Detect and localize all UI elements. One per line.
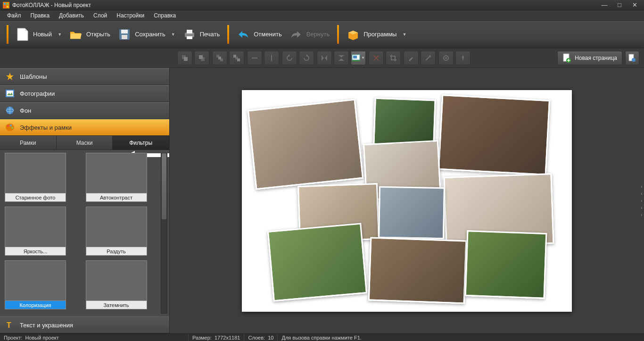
status-bar: Проект: Новый проект Размер: 1772x1181 С… — [0, 333, 644, 341]
filter-label: Яркость... — [5, 247, 66, 256]
svg-point-48 — [7, 125, 9, 127]
save-icon — [118, 28, 131, 41]
save-label: Сохранить — [135, 31, 165, 38]
sidebar-item-label: Текст и украшения — [20, 322, 73, 329]
filter-thumbnail — [86, 260, 147, 301]
filters-panel: Старинное фотоАвтоконтрастЯркость...Разд… — [0, 150, 169, 316]
maximize-button[interactable]: □ — [613, 1, 626, 8]
close-button[interactable]: ✕ — [628, 1, 641, 8]
status-hint: Для вызова справки нажмите F1. — [281, 335, 361, 341]
collage-photo[interactable] — [438, 94, 550, 175]
filter-thumbnail — [86, 207, 147, 247]
star-icon — [5, 71, 15, 82]
collage-photo[interactable] — [267, 223, 367, 301]
send-to-back-button[interactable] — [229, 51, 244, 65]
main-toolbar: Новый ▼ Открыть Сохранить ▼ Печать Отмен… — [0, 21, 644, 48]
canvas-area[interactable]: ‹‹‹‹‹ — [170, 68, 644, 333]
svg-marker-29 — [339, 55, 344, 58]
new-page-button[interactable]: Новая страница — [557, 51, 622, 65]
sidebar-item-text-decor[interactable]: T Текст и украшения — [0, 316, 169, 333]
programs-button[interactable]: Программы ▼ — [343, 25, 410, 44]
svg-marker-6 — [25, 28, 28, 31]
minimize-button[interactable]: — — [598, 1, 611, 8]
collage-photo[interactable] — [465, 230, 547, 299]
svg-rect-8 — [121, 30, 128, 33]
pin-button[interactable] — [455, 51, 471, 65]
open-button[interactable]: Открыть — [66, 25, 114, 44]
eyedropper-button[interactable] — [404, 51, 419, 65]
svg-marker-30 — [339, 58, 344, 61]
tab-frames[interactable]: Рамки — [0, 136, 57, 150]
menu-settings[interactable]: Настройки — [112, 11, 149, 20]
new-button[interactable]: Новый ▼ — [12, 25, 66, 44]
sidebar-item-photos[interactable]: Фотографии — [0, 85, 169, 102]
collage-photo[interactable] — [368, 237, 467, 304]
settings-gear-button[interactable] — [438, 51, 454, 65]
flip-horizontal-button[interactable] — [317, 51, 332, 65]
filter-item[interactable]: Автоконтраст — [86, 153, 147, 202]
bring-to-front-button[interactable] — [212, 51, 227, 65]
print-button[interactable]: Печать — [179, 25, 224, 44]
magic-wand-button[interactable] — [421, 51, 436, 65]
sidebar-item-label: Шаблоны — [20, 73, 47, 80]
filter-label: Раздуть — [86, 247, 147, 256]
window-title: ФотоКОЛЛАЖ - Новый проект — [12, 2, 598, 8]
menu-edit[interactable]: Правка — [26, 11, 54, 20]
filter-item[interactable]: Колоризация — [5, 260, 66, 309]
page-add-icon — [562, 53, 571, 63]
filter-thumbnail — [5, 153, 66, 193]
align-button-1[interactable] — [247, 51, 262, 65]
svg-rect-43 — [7, 91, 13, 96]
flip-vertical-button[interactable] — [334, 51, 349, 65]
filter-item[interactable]: Раздуть — [86, 207, 147, 256]
svg-rect-19 — [218, 57, 221, 59]
collage-photo[interactable] — [378, 186, 445, 239]
redo-button[interactable]: Вернуть — [286, 25, 334, 44]
send-backward-button[interactable] — [194, 51, 209, 65]
svg-marker-26 — [306, 54, 308, 57]
new-file-icon — [16, 28, 29, 41]
svg-rect-9 — [122, 35, 127, 39]
crop-button[interactable] — [386, 51, 401, 65]
sidebar-item-effects[interactable]: Эффекты и рамки — [0, 119, 169, 136]
rotate-left-button[interactable] — [282, 51, 297, 65]
svg-rect-1 — [4, 3, 6, 5]
sidebar-item-templates[interactable]: Шаблоны — [0, 68, 169, 85]
scrollbar[interactable] — [161, 153, 167, 314]
collage-page[interactable] — [242, 90, 572, 312]
sidebar-item-background[interactable]: Фон — [0, 102, 169, 119]
menubar: Файл Правка Добавить Слой Настройки Спра… — [0, 10, 644, 21]
fit-to-page-button[interactable]: ▼ — [351, 51, 366, 65]
sidebar-item-label: Фотографии — [20, 90, 55, 97]
new-label: Новый — [33, 31, 52, 38]
right-edge-handles[interactable]: ‹‹‹‹‹ — [639, 68, 644, 333]
undo-button[interactable]: Отменить — [233, 25, 285, 44]
svg-rect-16 — [199, 55, 203, 59]
toolbar-separator — [7, 25, 8, 44]
tab-filters[interactable]: Фильтры — [113, 136, 169, 150]
scrollbar-thumb[interactable] — [162, 153, 166, 219]
box-icon — [347, 28, 360, 41]
menu-help[interactable]: Справка — [149, 11, 180, 20]
delete-button[interactable] — [369, 51, 384, 65]
menu-layer[interactable]: Слой — [89, 11, 111, 20]
bring-forward-button[interactable] — [177, 51, 192, 65]
redo-icon — [289, 28, 303, 41]
page-settings-button[interactable] — [625, 51, 639, 65]
collage-photo[interactable] — [248, 99, 364, 190]
collage-photo[interactable] — [373, 97, 436, 146]
filter-item[interactable]: Затемнить — [86, 260, 147, 309]
filter-item[interactable]: Старинное фото — [5, 153, 66, 202]
menu-add[interactable]: Добавить — [55, 11, 88, 20]
svg-rect-24 — [271, 55, 272, 61]
align-button-2[interactable] — [264, 51, 279, 65]
tab-masks[interactable]: Маски — [57, 136, 113, 150]
filter-item[interactable]: Яркость... — [5, 207, 66, 256]
filter-thumbnail — [5, 260, 66, 301]
save-button[interactable]: Сохранить ▼ — [114, 25, 179, 44]
svg-point-50 — [11, 127, 13, 129]
status-size-value: 1772x1181 — [215, 335, 240, 341]
svg-marker-27 — [322, 55, 324, 61]
menu-file[interactable]: Файл — [3, 11, 25, 20]
rotate-right-button[interactable] — [299, 51, 314, 65]
